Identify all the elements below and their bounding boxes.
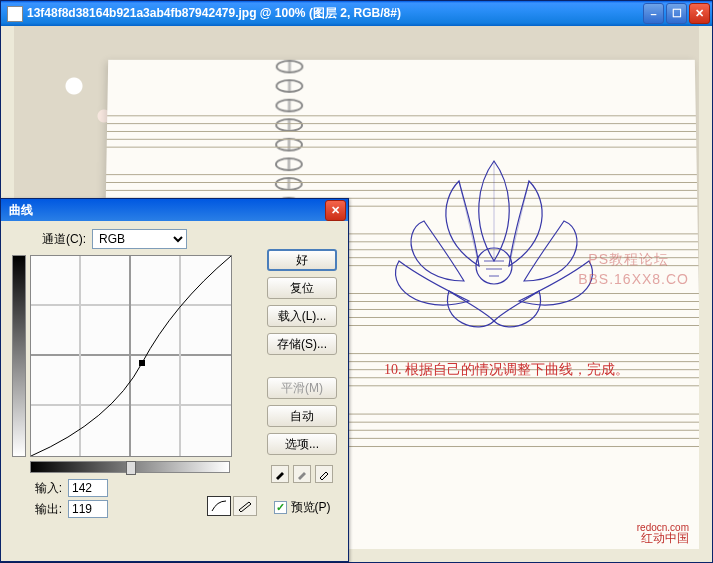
curves-dialog: 曲线 ✕ 通道(C): RGB 输入: xyxy=(0,198,349,562)
gray-eyedropper-button[interactable] xyxy=(293,465,311,483)
save-button[interactable]: 存储(S)... xyxy=(267,333,337,355)
curve-point-icon xyxy=(139,360,145,366)
pencil-icon xyxy=(237,500,253,512)
document-icon xyxy=(7,6,23,22)
eyedropper-icon xyxy=(318,468,330,480)
curve-tool-button[interactable] xyxy=(207,496,231,516)
minimize-button[interactable]: – xyxy=(643,3,664,24)
document-title: 13f48f8d38164b921a3ab4fb87942479.jpg @ 1… xyxy=(27,5,641,22)
load-button[interactable]: 载入(L)... xyxy=(267,305,337,327)
curve-graph[interactable] xyxy=(30,255,232,457)
curve-icon xyxy=(211,500,227,512)
vertical-gradient xyxy=(12,255,26,457)
curve-tool-toggle xyxy=(207,496,257,516)
channel-label: 通道(C): xyxy=(42,231,86,248)
curves-body: 通道(C): RGB 输入: 输出: xyxy=(4,221,345,558)
step-annotation: 10. 根据自己的情况调整下曲线，完成。 xyxy=(384,361,629,379)
output-field[interactable] xyxy=(68,500,108,518)
preview-row: ✓ 预览(P) xyxy=(267,499,337,516)
curve-line xyxy=(31,256,231,456)
eyedropper-row xyxy=(267,465,337,483)
white-eyedropper-button[interactable] xyxy=(315,465,333,483)
gradient-handle-icon[interactable] xyxy=(126,461,136,475)
options-button[interactable]: 选项... xyxy=(267,433,337,455)
output-label: 输出: xyxy=(30,501,62,518)
watermark-line1: PS教程论坛 xyxy=(588,251,669,269)
curves-close-button[interactable]: ✕ xyxy=(325,200,346,221)
pencil-tool-button[interactable] xyxy=(233,496,257,516)
close-button[interactable]: ✕ xyxy=(689,3,710,24)
smooth-button: 平滑(M) xyxy=(267,377,337,399)
lotus-flower-art xyxy=(369,121,619,351)
eyedropper-icon xyxy=(274,468,286,480)
curves-title: 曲线 xyxy=(9,202,323,219)
channel-select[interactable]: RGB xyxy=(92,229,187,249)
button-column: 好 复位 载入(L)... 存储(S)... 平滑(M) 自动 选项... ✓ … xyxy=(267,249,337,516)
curves-titlebar[interactable]: 曲线 ✕ xyxy=(1,199,348,221)
reset-button[interactable]: 复位 xyxy=(267,277,337,299)
preview-label: 预览(P) xyxy=(291,499,331,516)
input-field[interactable] xyxy=(68,479,108,497)
ok-button[interactable]: 好 xyxy=(267,249,337,271)
redocn-brand: 红动中国 xyxy=(641,530,689,547)
maximize-button[interactable]: ☐ xyxy=(666,3,687,24)
eyedropper-icon xyxy=(296,468,308,480)
black-eyedropper-button[interactable] xyxy=(271,465,289,483)
preview-checkbox[interactable]: ✓ xyxy=(274,501,287,514)
input-label: 输入: xyxy=(30,480,62,497)
horizontal-gradient[interactable] xyxy=(30,461,230,473)
auto-button[interactable]: 自动 xyxy=(267,405,337,427)
channel-row: 通道(C): RGB xyxy=(12,229,337,249)
watermark-line2: BBS.16XX8.CO xyxy=(578,271,689,287)
document-titlebar[interactable]: 13f48f8d38164b921a3ab4fb87942479.jpg @ 1… xyxy=(1,1,712,26)
